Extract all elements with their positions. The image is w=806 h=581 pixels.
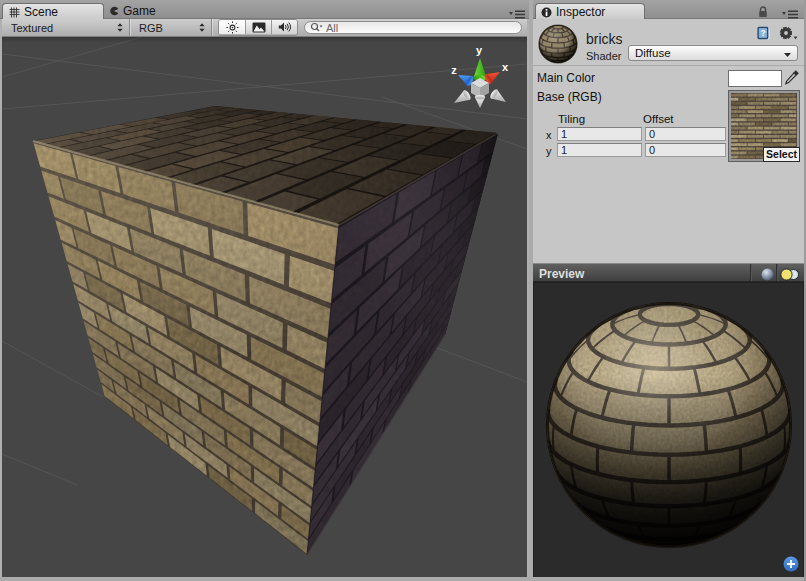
grid-icon — [8, 6, 20, 18]
axis-gizmo[interactable]: yxz — [451, 44, 509, 108]
main-color-label: Main Color — [537, 71, 595, 85]
scene-search-field[interactable]: All — [304, 21, 522, 34]
shader-dropdown[interactable]: Diffuse — [628, 45, 798, 61]
preview-separator2 — [776, 264, 778, 281]
speaker-icon — [278, 21, 291, 33]
sun-icon — [226, 21, 239, 34]
scene-cube[interactable] — [33, 106, 498, 555]
scene-viewport[interactable]: yxz — [2, 37, 527, 577]
preview-body[interactable] — [533, 282, 804, 578]
render-mode-dropdown[interactable]: Textured — [2, 19, 130, 36]
search-value: All — [326, 22, 338, 34]
select-button[interactable]: Select — [763, 147, 800, 162]
gear-icon[interactable] — [779, 26, 798, 45]
splitter-vertical[interactable] — [529, 0, 533, 581]
gizmo-y-axis-cone[interactable] — [474, 58, 487, 81]
svg-text:?: ? — [760, 28, 765, 38]
tiling-y-field[interactable]: 1 — [557, 143, 642, 157]
scene-toggle-group — [218, 19, 298, 36]
scene-canvas[interactable]: yxz — [2, 37, 527, 577]
tab-inspector[interactable]: Inspector — [535, 3, 645, 20]
inspector-panel: Inspector bricks Shader ? Diffuse Main C… — [533, 0, 804, 581]
eyedropper-icon[interactable] — [785, 69, 800, 89]
preview-separator — [750, 264, 752, 281]
tiling-x-field[interactable]: 1 — [557, 127, 642, 141]
color-mode-dropdown[interactable]: RGB — [130, 19, 212, 36]
viewport-top-shadow — [2, 37, 527, 43]
help-icon[interactable]: ? — [756, 26, 771, 45]
inspector-body: bricks Shader ? Diffuse Main Color Base … — [533, 19, 804, 263]
skybox-fx-toggle-button[interactable] — [245, 20, 271, 34]
game-icon — [109, 6, 119, 16]
scene-tabbar: Scene Game — [0, 0, 529, 19]
tab-game[interactable]: Game — [104, 3, 176, 19]
material-name: bricks — [586, 31, 623, 47]
audio-toggle-button[interactable] — [271, 20, 297, 34]
gizmo-label-y: y — [476, 44, 483, 56]
material-thumbnail[interactable] — [538, 24, 578, 64]
inspector-separator — [533, 65, 804, 66]
preview-title: Preview — [539, 267, 584, 281]
texture-thumbnail[interactable]: Select — [728, 90, 800, 162]
window-bottom-edge — [0, 577, 806, 581]
main-color-swatch[interactable] — [728, 70, 782, 87]
offset-x-field[interactable]: 0 — [645, 127, 726, 141]
row-x-label: x — [546, 129, 552, 141]
tab-scene-label: Scene — [24, 5, 58, 19]
row-y-label: y — [546, 145, 552, 157]
scene-panel: Scene Game Textured RGB — [0, 0, 529, 581]
tiling-header: Tiling — [558, 113, 585, 125]
scene-toolbar: Textured RGB All — [2, 19, 527, 37]
preview-sphere[interactable] — [533, 282, 804, 578]
tab-scene[interactable]: Scene — [2, 3, 104, 20]
material-preview-thumb[interactable] — [538, 24, 578, 68]
offset-header: Offset — [643, 113, 673, 125]
tab-inspector-label: Inspector — [556, 5, 605, 19]
updown-arrows-icon — [117, 22, 123, 34]
offset-y-field[interactable]: 0 — [645, 143, 726, 157]
add-preview-button[interactable] — [783, 556, 799, 576]
shader-label: Shader — [586, 50, 621, 62]
preview-header[interactable]: Preview — [533, 263, 804, 282]
image-icon — [252, 22, 266, 33]
base-rgb-label: Base (RGB) — [537, 90, 602, 104]
gizmo-label-z: z — [451, 64, 457, 76]
shader-value: Diffuse — [635, 47, 784, 59]
chevron-down-icon — [784, 47, 791, 59]
search-icon — [310, 22, 323, 33]
lighting-toggle-button[interactable] — [219, 20, 245, 34]
info-icon — [541, 7, 552, 18]
updown-arrows-icon — [199, 22, 205, 34]
render-mode-value: Textured — [11, 22, 112, 34]
gizmo-label-x: x — [502, 61, 509, 73]
inspector-tabbar: Inspector — [533, 0, 804, 19]
unity-editor-window: Scene Game Textured RGB — [0, 0, 806, 581]
tab-game-label: Game — [123, 4, 156, 18]
color-mode-value: RGB — [139, 22, 194, 34]
